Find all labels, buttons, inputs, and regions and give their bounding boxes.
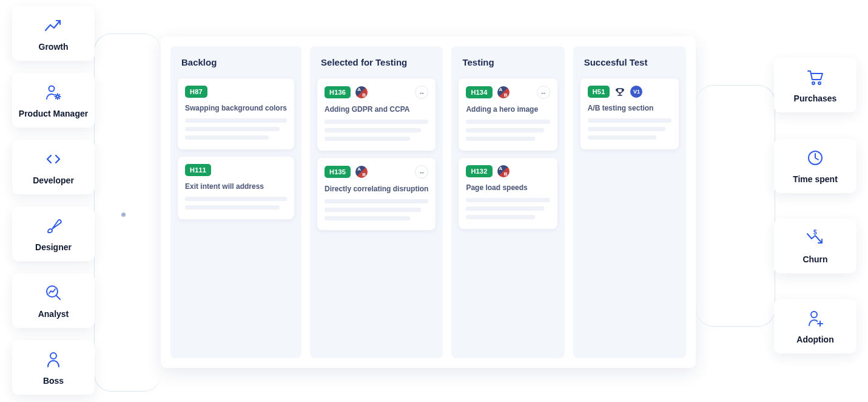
clock-icon <box>805 148 826 168</box>
card-placeholder <box>185 118 287 140</box>
card-header: H136-- <box>325 86 428 99</box>
role-boss[interactable]: Boss <box>12 340 95 395</box>
metric-adoption[interactable]: Adoption <box>774 299 856 353</box>
placeholder-line <box>325 216 410 220</box>
board-card[interactable]: H134--Adding a hero image <box>459 78 557 151</box>
card-placeholder <box>325 120 428 141</box>
dev-icon <box>43 149 64 169</box>
card-tag: H135 <box>325 166 351 178</box>
ab-test-icon <box>497 86 510 98</box>
placeholder-line <box>185 197 287 201</box>
svg-point-1 <box>56 95 59 98</box>
svg-text:$: $ <box>813 229 817 236</box>
placeholder-line <box>325 120 428 124</box>
role-label: Developer <box>33 175 74 185</box>
placeholder-line <box>185 135 269 140</box>
role-analyst[interactable]: Analyst <box>12 273 95 328</box>
metric-time-spent[interactable]: Time spent <box>774 138 856 193</box>
svg-line-3 <box>56 296 60 299</box>
metric-purchases[interactable]: Purchases <box>774 58 856 112</box>
placeholder-line <box>325 128 421 132</box>
board-column: Succesful TestH51V1A/B testing section <box>573 46 686 358</box>
card-header: H51V1 <box>588 86 671 98</box>
svg-point-9 <box>811 312 817 318</box>
board-card[interactable]: H87Swapping background colors <box>178 78 294 149</box>
card-header: H111 <box>185 164 287 176</box>
status-pill: -- <box>537 86 550 99</box>
column-title: Succesful Test <box>580 55 679 71</box>
designer-icon <box>43 216 64 236</box>
churn-icon: $ <box>805 228 826 248</box>
role-label: Designer <box>35 242 72 252</box>
kanban-board: BacklogH87Swapping background colorsH111… <box>161 36 696 368</box>
card-placeholder <box>466 120 550 141</box>
variant-badge: V1 <box>630 86 642 98</box>
placeholder-line <box>466 215 534 219</box>
placeholder-line <box>185 205 280 210</box>
metric-label: Churn <box>802 254 827 264</box>
board-column: Selected for TestingH136--Adding GDPR an… <box>310 46 443 358</box>
ab-test-icon <box>497 165 510 177</box>
card-placeholder <box>588 118 671 140</box>
svg-point-0 <box>49 86 55 92</box>
role-label: Analyst <box>38 309 69 319</box>
column-title: Testing <box>459 55 557 71</box>
placeholder-line <box>466 137 534 141</box>
ab-test-icon <box>355 166 368 178</box>
card-header: H135-- <box>325 165 428 179</box>
column-title: Backlog <box>178 55 294 71</box>
status-pill: -- <box>415 165 428 179</box>
role-label: Growth <box>39 42 69 52</box>
card-tag: H51 <box>588 86 610 98</box>
placeholder-line <box>466 120 550 124</box>
left-connector <box>94 33 161 392</box>
role-growth[interactable]: Growth <box>12 6 95 61</box>
svg-point-5 <box>812 82 815 84</box>
card-placeholder <box>325 199 428 220</box>
card-title: Directly correlating disruption <box>325 185 428 193</box>
board-card[interactable]: H51V1A/B testing section <box>580 78 679 149</box>
board-card[interactable]: H111Exit intent will address <box>178 157 294 219</box>
placeholder-line <box>588 118 671 123</box>
board-column: BacklogH87Swapping background colorsH111… <box>170 46 301 358</box>
status-pill: -- <box>415 86 428 99</box>
metric-churn[interactable]: $ Churn <box>774 219 856 273</box>
role-product-manager[interactable]: Product Manager <box>12 73 95 128</box>
placeholder-line <box>588 135 656 140</box>
placeholder-line <box>466 206 544 211</box>
placeholder-line <box>325 208 421 212</box>
board-card[interactable]: H132Page load speeds <box>459 158 557 229</box>
card-header: H87 <box>185 86 287 98</box>
card-title: A/B testing section <box>588 104 671 112</box>
card-tag: H111 <box>185 164 211 176</box>
cart-icon <box>805 67 826 87</box>
metric-label: Purchases <box>794 94 837 103</box>
adoption-icon <box>805 308 826 329</box>
card-placeholder <box>185 197 287 210</box>
metric-label: Adoption <box>796 335 833 344</box>
board-column: TestingH134--Adding a hero imageH132Page… <box>451 46 564 358</box>
placeholder-line <box>325 137 410 141</box>
card-header: H134-- <box>466 86 550 99</box>
role-developer[interactable]: Developer <box>12 140 95 194</box>
placeholder-line <box>325 199 428 203</box>
role-designer[interactable]: Designer <box>12 206 95 261</box>
board-card[interactable]: H135--Directly correlating disruption <box>317 158 436 230</box>
card-placeholder <box>466 198 550 219</box>
placeholder-line <box>185 127 280 131</box>
placeholder-line <box>466 198 550 202</box>
board-card[interactable]: H136--Adding GDPR and CCPA <box>317 78 436 151</box>
card-tag: H136 <box>325 86 351 98</box>
card-tag: H134 <box>466 86 492 98</box>
metric-label: Time spent <box>793 174 838 184</box>
ab-test-icon <box>355 86 368 98</box>
column-title: Selected for Testing <box>317 55 436 71</box>
card-title: Adding GDPR and CCPA <box>325 105 428 114</box>
role-label: Boss <box>43 376 64 386</box>
placeholder-line <box>466 128 544 132</box>
placeholder-line <box>185 118 287 123</box>
svg-point-6 <box>818 82 821 84</box>
left-connector-dot <box>121 213 126 217</box>
placeholder-line <box>588 127 666 131</box>
card-tag: H87 <box>185 86 207 98</box>
